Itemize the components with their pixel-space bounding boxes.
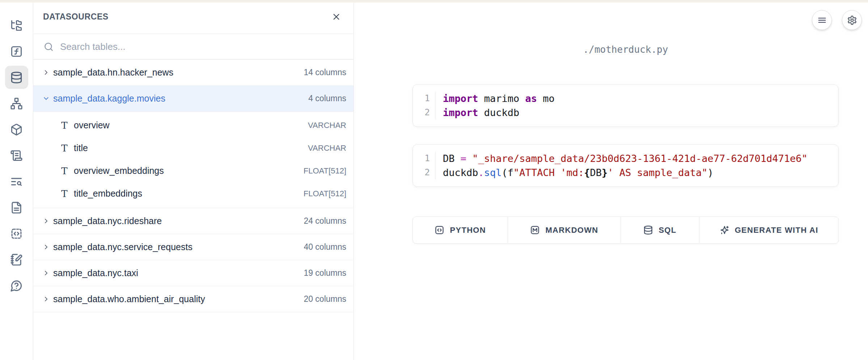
code-line: DB = "_share/sample_data/23b0d623-1361-4… — [443, 151, 838, 166]
rail-item-package[interactable] — [5, 118, 28, 141]
text-type-icon: T — [60, 166, 69, 176]
chevron-right-icon — [42, 243, 50, 251]
table-name: sample_data.kaggle.movies — [53, 93, 308, 104]
table-column-count: 40 columns — [304, 242, 346, 252]
datasources-header: DATASOURCES — [33, 0, 353, 34]
code-editor[interactable]: import marimo as moimport duckdb — [436, 91, 838, 120]
notebook-filename: ./motherduck.py — [412, 44, 839, 56]
table-row[interactable]: sample_data.who.ambient_air_quality20 co… — [33, 286, 353, 312]
add-cell-python-button[interactable]: PYTHON — [413, 217, 508, 243]
add-cell-button-label: MARKDOWN — [545, 226, 598, 235]
table-name: sample_data.nyc.service_requests — [53, 242, 304, 252]
rail-item-help-chat[interactable] — [5, 274, 28, 297]
scratchpad-notebook-icon — [10, 253, 23, 266]
add-cell-button-label: GENERATE WITH AI — [735, 226, 818, 235]
panel-title: DATASOURCES — [43, 12, 109, 22]
code-line: duckdb.sql(f"ATTACH 'md:{DB}' AS sample_… — [443, 166, 838, 180]
table-name: sample_data.nyc.taxi — [53, 268, 304, 278]
hamburger-menu-icon — [817, 15, 827, 25]
chevron-right-icon — [42, 69, 50, 76]
table-row[interactable]: sample_data.kaggle.movies4 columns — [33, 86, 353, 112]
notebook-menu-button[interactable] — [812, 10, 832, 30]
table-name: sample_data.hn.hacker_news — [53, 67, 304, 78]
window-top-edge — [0, 0, 868, 3]
code-cell[interactable]: 12import marimo as moimport duckdb — [412, 84, 839, 127]
chevron-right-icon — [42, 295, 50, 303]
search-row — [33, 34, 353, 60]
table-name: sample_data.nyc.rideshare — [53, 216, 304, 226]
add-cell-button-label: SQL — [659, 226, 676, 235]
rail-item-snippets-code[interactable] — [5, 222, 28, 245]
table-column-count: 20 columns — [304, 294, 346, 304]
tables-list: sample_data.hn.hacker_news14 columnssamp… — [33, 60, 353, 360]
close-icon — [331, 12, 341, 22]
text-search-icon — [10, 175, 23, 188]
code-square-icon — [435, 225, 444, 235]
table-column-count: 14 columns — [304, 68, 346, 77]
notebook-content: ./motherduck.py 12import marimo as moimp… — [354, 0, 868, 360]
snippets-code-icon — [10, 227, 23, 240]
rail-item-scratchpad-notebook[interactable] — [5, 248, 28, 271]
column-type: VARCHAR — [308, 143, 346, 153]
settings-button[interactable] — [842, 10, 862, 30]
column-type: FLOAT[512] — [304, 166, 346, 176]
dependency-graph-icon — [10, 97, 23, 110]
close-panel-button[interactable] — [329, 10, 343, 24]
column-type: FLOAT[512] — [304, 189, 346, 198]
marimo-app: DATASOURCES sample_data.hn.hacker_news14… — [0, 0, 868, 360]
column-name: overview — [74, 120, 308, 130]
table-row[interactable]: sample_data.nyc.taxi19 columns — [33, 260, 353, 286]
code-line: import duckdb — [443, 106, 838, 120]
document-icon — [10, 201, 23, 214]
add-cell-markdown-button[interactable]: MARKDOWN — [508, 217, 621, 243]
column-row[interactable]: Ttitle_embeddingsFLOAT[512] — [33, 182, 353, 205]
text-type-icon: T — [60, 189, 69, 198]
logs-scroll-icon — [10, 149, 23, 162]
package-icon — [10, 123, 23, 136]
chevron-down-icon — [42, 95, 50, 102]
column-row[interactable]: ToverviewVARCHAR — [33, 114, 353, 137]
rail-item-logs-scroll[interactable] — [5, 144, 28, 167]
line-number-gutter: 12 — [413, 151, 436, 180]
add-cell-generate-with-ai-button[interactable]: GENERATE WITH AI — [699, 217, 838, 243]
text-type-icon: T — [60, 143, 69, 153]
cells-container: 12import marimo as moimport duckdb12DB =… — [412, 56, 839, 187]
database-icon — [10, 71, 23, 84]
table-row[interactable]: sample_data.hn.hacker_news14 columns — [33, 60, 353, 86]
rail-item-function-square[interactable] — [5, 40, 28, 63]
rail-item-database[interactable] — [5, 66, 28, 89]
database-icon — [643, 225, 653, 235]
add-cell-bar: PYTHONMARKDOWNSQLGENERATE WITH AI — [412, 217, 839, 244]
column-row[interactable]: Toverview_embeddingsFLOAT[512] — [33, 159, 353, 182]
search-input[interactable] — [59, 41, 345, 53]
gear-icon — [847, 15, 857, 25]
markdown-square-icon — [530, 225, 540, 235]
code-line: import marimo as mo — [443, 91, 838, 106]
rail-item-text-search[interactable] — [5, 170, 28, 193]
chevron-right-icon — [42, 217, 50, 225]
column-name: title_embeddings — [74, 188, 304, 199]
floating-controls — [812, 10, 862, 30]
rail-item-document[interactable] — [5, 196, 28, 219]
function-square-icon — [10, 45, 23, 58]
chevron-right-icon — [42, 269, 50, 277]
code-cell[interactable]: 12DB = "_share/sample_data/23b0d623-1361… — [412, 144, 839, 187]
search-icon — [44, 42, 54, 52]
datasources-panel: DATASOURCES sample_data.hn.hacker_news14… — [33, 0, 354, 360]
add-cell-sql-button[interactable]: SQL — [621, 217, 700, 243]
sparkles-icon — [720, 225, 729, 235]
column-name: title — [74, 143, 308, 153]
line-number-gutter: 12 — [413, 91, 436, 120]
table-row[interactable]: sample_data.nyc.service_requests40 colum… — [33, 234, 353, 260]
helper-icon-rail — [0, 0, 33, 360]
column-row[interactable]: TtitleVARCHAR — [33, 137, 353, 159]
code-editor[interactable]: DB = "_share/sample_data/23b0d623-1361-4… — [436, 151, 838, 180]
table-name: sample_data.who.ambient_air_quality — [53, 294, 304, 304]
text-type-icon: T — [60, 121, 69, 130]
table-row[interactable]: sample_data.nyc.rideshare24 columns — [33, 208, 353, 234]
table-columns-group: ToverviewVARCHARTtitleVARCHARToverview_e… — [33, 112, 353, 208]
rail-item-dependency-graph[interactable] — [5, 92, 28, 115]
table-column-count: 19 columns — [304, 268, 346, 278]
column-name: overview_embeddings — [74, 166, 304, 176]
rail-item-file-tree[interactable] — [5, 14, 28, 37]
